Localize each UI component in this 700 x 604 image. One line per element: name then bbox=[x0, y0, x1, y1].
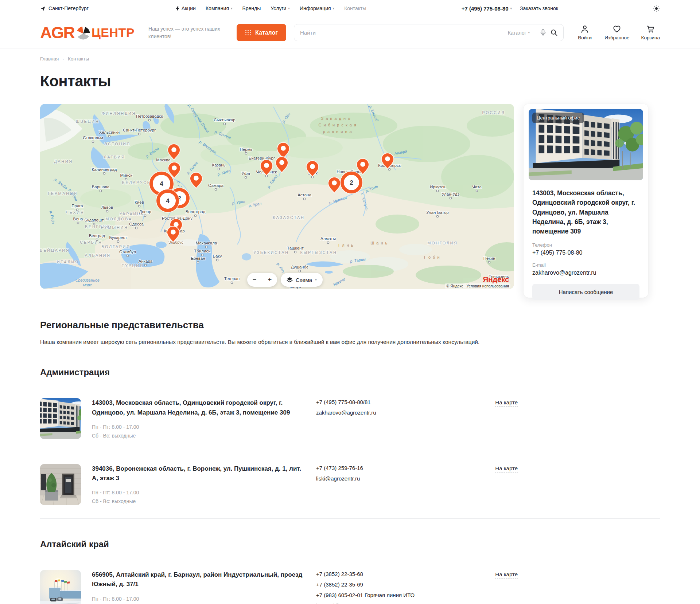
map-label-city: Баку bbox=[213, 254, 222, 258]
map-label-city: Варшава bbox=[92, 185, 110, 189]
callback-link[interactable]: Заказать звонок bbox=[520, 5, 558, 11]
map-label-city: Ереван bbox=[191, 256, 205, 260]
map-label-relief: З а п а д н о - bbox=[321, 116, 354, 121]
heart-action[interactable]: Избранное bbox=[604, 25, 629, 40]
office-email[interactable]: barnaul@agrozentr.ru bbox=[316, 603, 369, 604]
zoom-in-button[interactable]: + bbox=[262, 273, 277, 287]
map-label-city: Тегеран bbox=[224, 276, 240, 281]
map-city-dot bbox=[93, 223, 95, 225]
chevron-down-icon: ▾ bbox=[315, 278, 317, 282]
office-phone: +7 (473) 259-76-16 bbox=[316, 465, 473, 471]
map-label-country: РУМЫНИЯ bbox=[101, 225, 128, 230]
map-city-dot bbox=[127, 255, 128, 256]
zoom-out-button[interactable]: − bbox=[247, 273, 262, 287]
office-email[interactable]: liski@agrozentr.ru bbox=[316, 475, 360, 482]
office-phone: +7 (3852) 22-35-68 bbox=[316, 571, 473, 577]
central-office-address: 143003, Московская область, Одинцовский … bbox=[532, 188, 639, 236]
map-label-water: море bbox=[83, 283, 92, 287]
map-cluster[interactable]: 4 bbox=[156, 189, 180, 213]
catalog-button[interactable]: Каталог bbox=[237, 24, 286, 41]
map-city-dot bbox=[294, 251, 296, 253]
map-label-city: Хельсинки bbox=[99, 130, 120, 134]
nav-item-label: Услуги bbox=[271, 5, 286, 11]
office-hours-line: Пн - Пт: 8.00 - 17.00 bbox=[92, 595, 305, 604]
map-label-city: Уфа bbox=[241, 171, 250, 176]
theme-toggle[interactable] bbox=[653, 5, 660, 12]
map-label-city: Астана bbox=[298, 193, 311, 197]
breadcrumb-home[interactable]: Главная bbox=[40, 56, 59, 62]
nav-item-информация[interactable]: Информация ▾ bbox=[300, 5, 334, 11]
nav-item-услуги[interactable]: Услуги ▾ bbox=[271, 5, 290, 11]
map-label-city: Волгоград bbox=[186, 209, 206, 214]
search-input[interactable] bbox=[300, 30, 508, 36]
svg-text:4: 4 bbox=[160, 180, 163, 187]
map-city-dot bbox=[388, 168, 390, 170]
search-bar: Каталог ▾ bbox=[294, 24, 564, 41]
map-label-country: РОССИЯ bbox=[482, 110, 505, 115]
cart-icon bbox=[646, 25, 654, 33]
map-zoom-control: − + bbox=[247, 273, 277, 287]
main-nav: Акции Компания ▾ Бренды Услуги ▾ Информа… bbox=[175, 5, 366, 11]
map-cluster[interactable]: 2 bbox=[340, 171, 363, 194]
map-copyright: © Яндекс bbox=[446, 284, 463, 288]
svg-text:4: 4 bbox=[166, 197, 170, 204]
map-city-dot bbox=[450, 197, 451, 199]
location-arrow-icon bbox=[40, 6, 46, 11]
map-layers-button[interactable]: Схема ▾ bbox=[281, 273, 323, 287]
send-message-button[interactable]: Написать сообщение bbox=[532, 284, 639, 300]
nav-item-компания[interactable]: Компания ▾ bbox=[206, 5, 233, 11]
map-terms-link[interactable]: Условия использования bbox=[466, 284, 509, 288]
office-contacts: +7 (495) 775-08-80/81zakharovo@agrozentr… bbox=[316, 398, 473, 440]
nav-item-бренды[interactable]: Бренды bbox=[242, 5, 261, 11]
map-label-country: ИТАЛИЯ bbox=[57, 260, 79, 264]
map-label-city: Вена bbox=[73, 217, 83, 221]
sun-icon bbox=[653, 5, 660, 12]
logo[interactable]: AGR ЦЕНТР bbox=[40, 23, 135, 42]
office-map-link[interactable]: На карте bbox=[495, 465, 518, 472]
map-label-city: Стамбул bbox=[119, 250, 136, 254]
mic-button[interactable] bbox=[540, 29, 546, 36]
section-title: Администрация bbox=[40, 367, 660, 377]
search-category-select[interactable]: Каталог ▾ bbox=[508, 30, 530, 36]
cart-action[interactable]: Корзина bbox=[641, 25, 660, 40]
map-label-city: Сыктывкар bbox=[214, 118, 235, 122]
map-label-city: Петрозаводск bbox=[136, 114, 163, 118]
map-label-city: Львов bbox=[101, 205, 113, 209]
map-city-dot bbox=[223, 123, 225, 125]
office-sections: Администрация 143 bbox=[40, 367, 660, 604]
map-label-city: Самара bbox=[208, 183, 224, 188]
map-city-dot bbox=[231, 282, 233, 283]
layers-icon bbox=[287, 277, 293, 283]
header-action-label: Войти bbox=[578, 35, 592, 40]
logo-pie-icon bbox=[75, 26, 91, 41]
nav-item-label: Компания bbox=[206, 5, 229, 11]
map-label-country: БОЛГАРИЯ bbox=[101, 244, 130, 249]
header-actions: Войти Избранное Корзина bbox=[577, 25, 660, 40]
office-map-link[interactable]: На карте bbox=[495, 399, 518, 407]
svg-text:2: 2 bbox=[350, 179, 353, 186]
nav-item-контакты[interactable]: Контакты bbox=[344, 5, 366, 11]
office-row: 143003, Московская область, Одинцовский … bbox=[40, 387, 518, 452]
header-phone[interactable]: +7 (495) 775-08-80 ▾ bbox=[462, 5, 512, 12]
office-section: Алтайский край 656905, Алтайский край, г… bbox=[40, 539, 660, 604]
map-label-water: Средиземное bbox=[75, 278, 100, 282]
office-map-link[interactable]: На карте bbox=[495, 571, 518, 578]
location-selector[interactable]: Санкт-Петербург bbox=[40, 5, 89, 11]
yandex-map[interactable]: ФИНЛЯНДИЯШВЕЦИЯЭСТОНИЯЛАТВИЯДАНИЯБЕЛАРУС… bbox=[40, 104, 514, 289]
map-label-city: Тбилиси bbox=[194, 249, 210, 253]
central-office-email[interactable]: zakharovo@agrozentr.ru bbox=[532, 270, 596, 276]
map-canvas[interactable]: ФИНЛЯНДИЯШВЕЦИЯЭСТОНИЯЛАТВИЯДАНИЯБЕЛАРУС… bbox=[40, 104, 514, 289]
user-action[interactable]: Войти bbox=[577, 25, 593, 40]
map-city-dot bbox=[215, 188, 217, 190]
map-city-dot bbox=[201, 254, 203, 256]
office-phone: +7 (983) 605-02-01 Горячая линия ИТО bbox=[316, 592, 473, 598]
office-email[interactable]: zakharovo@agrozentr.ru bbox=[316, 409, 376, 416]
yandex-logo[interactable]: Яндекс bbox=[483, 275, 509, 284]
map-city-dot bbox=[299, 270, 300, 272]
map-label-country: АЛБАНИЯ bbox=[85, 253, 110, 258]
office-row: 394036, Воронежская область, г. Воронеж,… bbox=[40, 453, 518, 518]
nav-item-акции[interactable]: Акции bbox=[175, 5, 196, 11]
search-submit-button[interactable] bbox=[551, 29, 557, 36]
regional-title: Региональные представительства bbox=[40, 319, 660, 331]
office-photo bbox=[40, 398, 81, 439]
